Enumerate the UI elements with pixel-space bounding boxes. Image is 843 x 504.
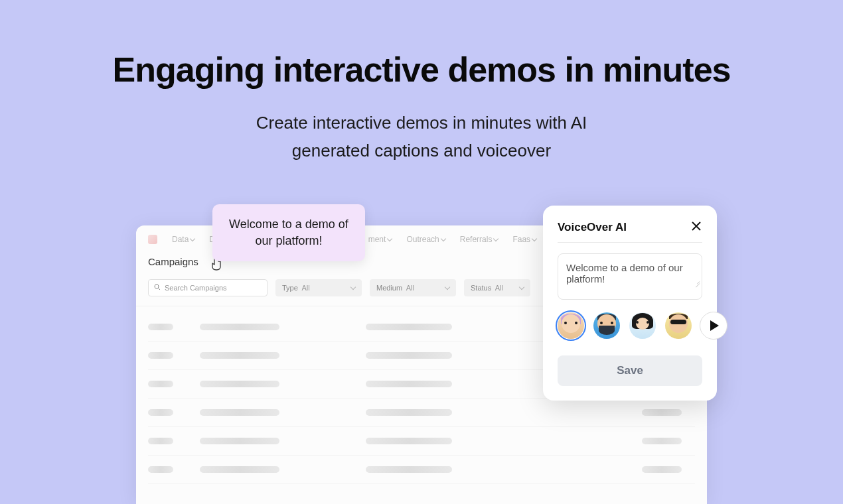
voiceover-title: VoiceOver AI — [558, 221, 627, 234]
hero-subtitle: Create interactive demos in minutes with… — [0, 109, 843, 164]
voiceover-textarea[interactable]: Welcome to a demo of our platform! — [558, 253, 702, 300]
chevron-down-icon — [350, 284, 356, 290]
nav-item-data[interactable]: Data — [172, 235, 194, 244]
table-row — [148, 399, 695, 427]
hero-title: Engaging interactive demos in minutes — [0, 50, 843, 90]
table-row — [148, 427, 695, 456]
nav-item-referrals[interactable]: Referrals — [460, 235, 498, 244]
voice-avatar-1[interactable] — [558, 312, 584, 339]
nav-item-faas[interactable]: Faas — [512, 235, 536, 244]
voiceover-header: VoiceOver AI — [558, 220, 702, 243]
voice-avatar-row — [558, 312, 702, 340]
save-button[interactable]: Save — [558, 355, 702, 386]
svg-point-0 — [155, 284, 159, 288]
chevron-down-icon — [519, 284, 524, 290]
chevron-down-icon — [441, 236, 446, 241]
voice-avatar-3[interactable] — [629, 312, 656, 339]
hero-section: Engaging interactive demos in minutes Cr… — [0, 0, 843, 164]
filter-type[interactable]: Type All — [275, 279, 362, 296]
table-row — [148, 456, 695, 484]
nav-item-ment[interactable]: ment — [368, 235, 392, 244]
close-button[interactable] — [690, 220, 702, 234]
voiceover-panel: VoiceOver AI Welcome to a demo of our pl… — [543, 206, 717, 401]
resize-handle-icon[interactable] — [693, 279, 700, 285]
filter-medium[interactable]: Medium All — [370, 279, 456, 296]
search-input[interactable]: Search Campaigns — [148, 279, 268, 296]
play-icon — [710, 320, 719, 331]
hero-subtitle-line1: Create interactive demos in minutes with… — [256, 113, 587, 133]
chevron-down-icon — [445, 284, 450, 290]
play-button[interactable] — [700, 312, 728, 340]
hero-subtitle-line2: generated captions and voiceover — [292, 141, 551, 160]
nav-item-outreach[interactable]: Outreach — [406, 235, 445, 244]
app-logo-icon — [148, 235, 157, 244]
demo-tooltip: Welcome to a demo of our platform! — [212, 204, 365, 261]
chevron-down-icon — [532, 236, 537, 241]
svg-line-1 — [159, 288, 161, 290]
voice-avatar-2[interactable] — [593, 312, 620, 339]
search-icon — [154, 284, 161, 292]
chevron-down-icon — [493, 236, 498, 241]
search-placeholder: Search Campaigns — [165, 284, 227, 292]
chevron-down-icon — [190, 236, 195, 241]
filter-status[interactable]: Status All — [464, 279, 530, 296]
voice-avatar-4[interactable] — [665, 312, 692, 339]
chevron-down-icon — [387, 236, 392, 241]
